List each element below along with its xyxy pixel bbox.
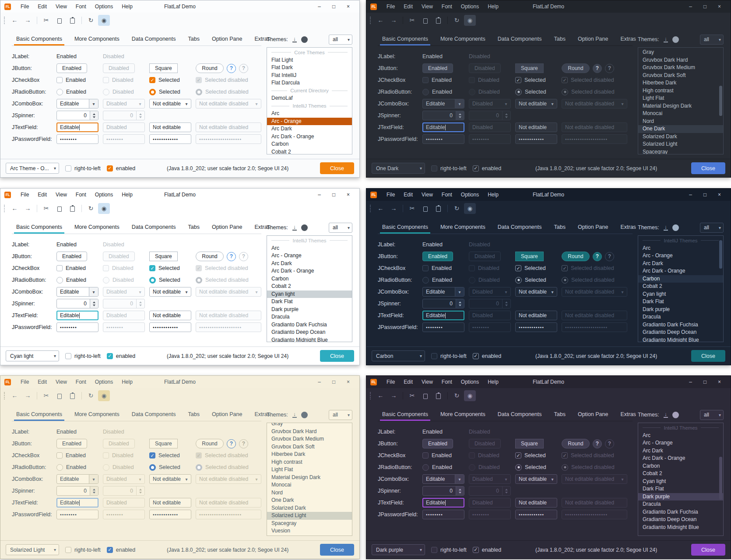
theme-list-item[interactable]: Carbon	[267, 275, 352, 283]
tab-data-components[interactable]: Data Components	[493, 408, 546, 421]
checkbox-selected[interactable]: Selected	[149, 77, 180, 83]
menu-file[interactable]: File	[382, 376, 399, 388]
cut-icon[interactable]: ✂	[406, 390, 418, 401]
text-not-editable-field[interactable]: Not editable	[149, 311, 191, 320]
theme-list-item[interactable]: Arc - Orange	[638, 252, 723, 260]
refresh-icon[interactable]: ↻	[451, 203, 463, 214]
tab-option-pane[interactable]: Option Pane	[207, 408, 247, 421]
theme-list-item[interactable]: Cobalt 2	[267, 283, 352, 290]
theme-list-item[interactable]: Cobalt 2	[638, 470, 723, 478]
theme-list-item[interactable]: Arc - Orange	[267, 118, 352, 126]
theme-filter-combo[interactable]: all ▾	[329, 410, 352, 420]
theme-list-item[interactable]: Cobalt 2	[638, 283, 723, 290]
tab-tabs[interactable]: Tabs	[550, 33, 570, 46]
text-editable-field[interactable]: Editable	[56, 311, 98, 320]
combo-disabled[interactable]: Disabled▾	[103, 474, 145, 484]
theme-list-item[interactable]: Cyan light	[638, 290, 723, 298]
tab-extras[interactable]: Extras	[250, 221, 274, 234]
disabled-button[interactable]: Disabled	[469, 252, 501, 261]
menu-options[interactable]: Options	[91, 189, 117, 201]
menu-help[interactable]: Help	[117, 189, 137, 201]
close-button[interactable]: Close	[320, 544, 354, 556]
theme-list-item[interactable]: Dark purple	[638, 493, 723, 501]
radio-selected[interactable]: Selected	[515, 277, 546, 284]
disabled-button[interactable]: Disabled	[103, 63, 135, 73]
text-not-editable-field[interactable]: Not editable	[515, 498, 557, 508]
password-editable-field[interactable]: ••••••••	[56, 510, 98, 519]
theme-list-item[interactable]: Arc Dark - Orange	[267, 267, 352, 275]
theme-list-item[interactable]: Arc - Orange	[267, 252, 352, 260]
theme-list-item[interactable]: Solarized Dark	[267, 504, 352, 512]
rtl-checkbox[interactable]: right-to-left	[65, 547, 101, 553]
theme-list-item[interactable]: Gruvbox Dark Medium	[267, 435, 352, 443]
themes-list[interactable]: GrayGruvbox Dark HardGruvbox Dark Medium…	[267, 423, 352, 536]
theme-list-item[interactable]: Carbon	[638, 275, 723, 283]
theme-list-item[interactable]: Dracula	[638, 500, 723, 508]
menu-view[interactable]: View	[51, 376, 71, 388]
menu-options[interactable]: Options	[91, 0, 117, 13]
tab-data-components[interactable]: Data Components	[493, 33, 546, 46]
combo-editable[interactable]: Editable▾	[422, 287, 464, 297]
spinner-disabled[interactable]: 0	[103, 111, 145, 120]
theme-list-item[interactable]: Cyan light	[638, 478, 723, 486]
enabled-button[interactable]: Enabled	[56, 439, 87, 448]
menu-font[interactable]: Font	[71, 0, 91, 13]
square-button[interactable]: Square	[149, 252, 178, 261]
theme-list-item[interactable]: Vuesion	[267, 527, 352, 535]
back-icon[interactable]: ←	[375, 15, 387, 26]
theme-list-item[interactable]: Arc Dark	[267, 125, 352, 133]
menu-options[interactable]: Options	[457, 0, 483, 13]
github-icon[interactable]	[301, 412, 308, 418]
download-icon[interactable]: ↓	[292, 412, 297, 418]
spinner-disabled[interactable]: 0	[103, 299, 145, 308]
radio-disabled[interactable]: Disabled	[469, 464, 500, 471]
text-not-editable-field[interactable]: Not editable	[515, 122, 557, 132]
back-icon[interactable]: ←	[9, 390, 21, 401]
checkbox-selected[interactable]: Selected	[515, 452, 546, 458]
menu-options[interactable]: Options	[457, 189, 483, 201]
toolbar-grip-icon[interactable]	[370, 205, 371, 212]
help-disabled-icon[interactable]: ?	[605, 252, 614, 261]
combo-not-editable-disabled[interactable]: Not editable disabled▾	[196, 287, 261, 297]
checkbox-disabled[interactable]: Disabled	[469, 265, 499, 271]
theme-list-item[interactable]: Gruvbox Dark Hard	[267, 428, 352, 436]
download-icon[interactable]: ↓	[292, 225, 297, 231]
paste-icon[interactable]	[432, 203, 444, 214]
forward-icon[interactable]: →	[388, 203, 400, 214]
help-icon[interactable]: ?	[227, 64, 236, 73]
paste-icon[interactable]	[432, 390, 444, 401]
theme-list-item[interactable]: Gradianto Dark Fuchsia	[638, 321, 723, 329]
radio-enabled[interactable]: Enabled	[56, 464, 86, 471]
theme-list-item[interactable]: Arc	[638, 432, 723, 440]
enabled-checkbox[interactable]: enabled	[107, 165, 136, 172]
close-button[interactable]: Close	[691, 544, 725, 556]
spinner[interactable]: 0	[56, 111, 98, 120]
theme-filter-combo[interactable]: all ▾	[329, 35, 352, 45]
help-disabled-icon[interactable]: ?	[605, 64, 614, 73]
enabled-button[interactable]: Enabled	[422, 63, 453, 73]
theme-list-item[interactable]: Arc	[267, 110, 352, 118]
help-icon[interactable]: ?	[227, 439, 236, 448]
menu-view[interactable]: View	[417, 0, 437, 13]
tab-extras[interactable]: Extras	[616, 33, 640, 46]
themes-list[interactable]: GrayGruvbox Dark HardGruvbox Dark Medium…	[638, 47, 724, 154]
text-disabled-field[interactable]: Disabled	[103, 498, 145, 508]
github-icon[interactable]	[301, 36, 308, 43]
checkbox-selected-disabled[interactable]: Selected disabled	[562, 265, 614, 271]
theme-list-item[interactable]: Light Flat	[638, 94, 723, 102]
password-editable-field[interactable]: ••••••••	[56, 322, 98, 332]
password-editable-field[interactable]: ••••••••	[422, 322, 464, 332]
rtl-checkbox[interactable]: right-to-left	[65, 165, 101, 172]
combo-not-editable[interactable]: Not editable▾	[149, 474, 191, 484]
enabled-button[interactable]: Enabled	[56, 252, 87, 261]
password-not-editable-disabled-field[interactable]: ••••••••••••••••••••	[562, 134, 627, 144]
tab-option-pane[interactable]: Option Pane	[207, 221, 247, 234]
password-not-editable-disabled-field[interactable]: ••••••••••••••••••••	[196, 134, 261, 144]
rtl-checkbox[interactable]: right-to-left	[431, 547, 467, 553]
text-not-editable-disabled-field[interactable]: Not editable disabled	[196, 498, 261, 508]
minimize-icon[interactable]: –	[683, 0, 698, 13]
theme-list-item[interactable]: Arc Dark - Orange	[638, 267, 723, 275]
text-disabled-field[interactable]: Disabled	[103, 122, 145, 132]
paste-icon[interactable]	[67, 390, 78, 401]
enabled-button[interactable]: Enabled	[56, 63, 87, 73]
